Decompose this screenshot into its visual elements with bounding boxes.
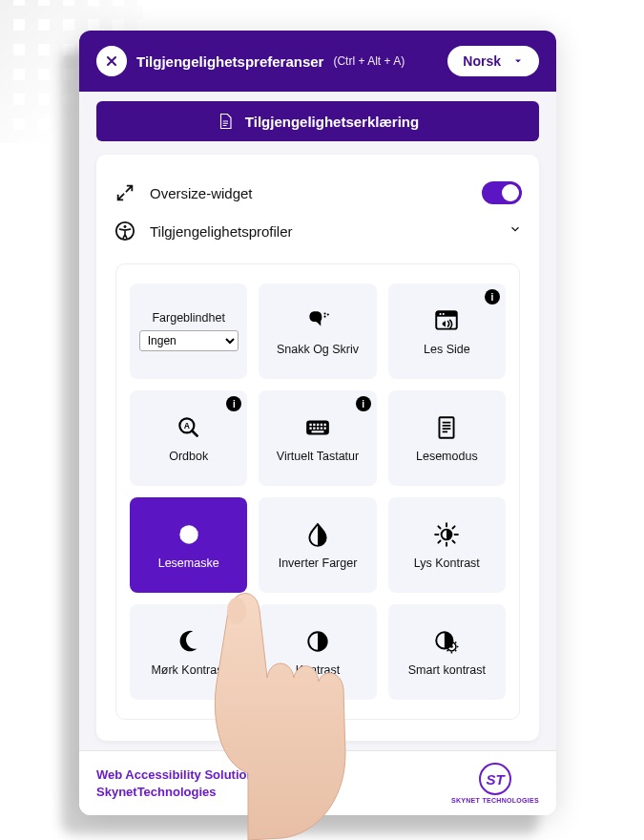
keyboard-icon: [304, 413, 331, 442]
tile-speak-type[interactable]: Snakk Og Skriv: [259, 284, 376, 379]
accessibility-declaration-button[interactable]: Tilgjengelighetserklæring: [96, 101, 539, 141]
svg-rect-16: [323, 424, 325, 426]
svg-point-1: [124, 225, 127, 228]
svg-point-7: [440, 313, 442, 315]
chevron-down-icon: [509, 222, 522, 240]
main-panel: Oversize-widget Tilgjengelighetsprofiler…: [96, 155, 539, 741]
tiles-card: FargeblindhetIngenSnakk Og SkriviLes Sid…: [115, 263, 520, 720]
half-circle-icon: [304, 627, 331, 656]
tile-dark-contrast[interactable]: Mørk Kontrast: [130, 604, 247, 700]
speak-icon: [304, 306, 331, 335]
tile-smart-contrast[interactable]: Smart kontrast: [388, 604, 506, 700]
svg-rect-14: [317, 424, 319, 426]
brand-name: SKYNET TECHNOLOGIES: [451, 797, 539, 804]
language-label: Norsk: [463, 53, 501, 69]
tile-label: Ordbok: [169, 450, 208, 463]
mask-icon: [176, 520, 202, 549]
svg-rect-15: [321, 424, 322, 426]
tile-contrast[interactable]: Kontrast: [259, 604, 376, 700]
document-icon: [433, 413, 460, 442]
tiles-grid: FargeblindhetIngenSnakk Og SkriviLes Sid…: [130, 284, 506, 700]
svg-rect-13: [313, 424, 315, 426]
info-badge[interactable]: i: [226, 396, 241, 411]
tile-label: Kontrast: [296, 663, 341, 677]
oversize-label: Oversize-widget: [150, 185, 253, 201]
footer-text: Web Accessibility Solution By SkynetTech…: [96, 766, 274, 800]
svg-rect-19: [317, 427, 319, 429]
profiles-label: Tilgjengelighetsprofiler: [150, 223, 293, 240]
tile-read-mode[interactable]: Lesemodus: [388, 390, 506, 486]
widget-footer: Web Accessibility Solution By SkynetTech…: [79, 750, 556, 815]
svg-rect-18: [313, 427, 315, 429]
magnify-a-icon: A: [176, 413, 202, 442]
tile-read-page[interactable]: iLes Side: [388, 284, 506, 379]
header-shortcut: (Ctrl + Alt + A): [333, 54, 405, 68]
tile-read-mask[interactable]: Lesemaske: [130, 497, 247, 593]
svg-rect-17: [309, 427, 311, 429]
document-icon: [217, 113, 234, 130]
footer-line1: Web Accessibility Solution By: [96, 766, 274, 784]
svg-point-8: [443, 313, 445, 315]
declaration-label: Tilgjengelighetserklæring: [245, 114, 419, 130]
tile-dictionary[interactable]: iAOrdbok: [130, 390, 247, 486]
svg-rect-12: [309, 424, 311, 426]
header-title: Tilgjengelighetspreferanser: [136, 53, 323, 70]
tile-label: Smart kontrast: [408, 663, 486, 677]
info-badge[interactable]: i: [485, 289, 500, 304]
language-selector[interactable]: Norsk: [447, 46, 539, 76]
svg-rect-23: [440, 417, 454, 438]
footer-line2: SkynetTechnologies: [96, 784, 274, 801]
tile-light-contrast[interactable]: Lys Kontrast: [388, 497, 506, 593]
half-drop-icon: [304, 520, 331, 549]
svg-rect-21: [323, 427, 325, 429]
accessibility-icon: [114, 220, 136, 242]
close-icon: [104, 53, 119, 69]
tile-label: Fargeblindhet: [152, 311, 224, 325]
moon-icon: [176, 627, 202, 656]
accessibility-profiles-row[interactable]: Tilgjengelighetsprofiler: [114, 212, 522, 250]
widget-header: Tilgjengelighetspreferanser (Ctrl + Alt …: [79, 31, 556, 92]
oversize-toggle[interactable]: [482, 181, 522, 204]
svg-point-31: [450, 645, 453, 648]
info-badge[interactable]: i: [356, 396, 371, 411]
svg-point-2: [323, 312, 325, 314]
expand-icon: [114, 181, 136, 204]
half-gear-icon: [433, 627, 460, 656]
brand-logo: ST: [479, 763, 511, 795]
close-button[interactable]: [96, 46, 127, 76]
tile-label: Snakk Og Skriv: [277, 343, 359, 356]
chevron-down-icon: [512, 55, 524, 67]
brand-badge[interactable]: ST SKYNET TECHNOLOGIES: [451, 763, 539, 804]
browser-audio-icon: [433, 306, 460, 335]
sun-icon: [433, 520, 460, 549]
oversize-widget-row: Oversize-widget: [114, 174, 522, 212]
tile-label: Lesemodus: [416, 450, 478, 463]
svg-text:A: A: [183, 421, 189, 430]
tile-label: Lys Kontrast: [414, 556, 480, 570]
tile-virtual-kbd[interactable]: iVirtuelt Tastatur: [259, 390, 376, 486]
colorblind-select[interactable]: Ingen: [139, 330, 239, 351]
tile-invert[interactable]: Inverter Farger: [259, 497, 376, 593]
svg-point-3: [327, 313, 329, 315]
tile-label: Inverter Farger: [279, 556, 358, 570]
svg-rect-22: [312, 430, 324, 432]
tile-label: Lesemaske: [158, 556, 219, 570]
svg-point-4: [323, 316, 325, 318]
tile-label: Virtuelt Tastatur: [277, 450, 359, 463]
tile-label: Mørk Kontrast: [151, 663, 226, 677]
svg-rect-20: [321, 427, 322, 429]
tile-label: Les Side: [424, 343, 470, 356]
tile-colorblind[interactable]: FargeblindhetIngen: [130, 284, 247, 379]
accessibility-widget: Tilgjengelighetspreferanser (Ctrl + Alt …: [79, 31, 556, 815]
